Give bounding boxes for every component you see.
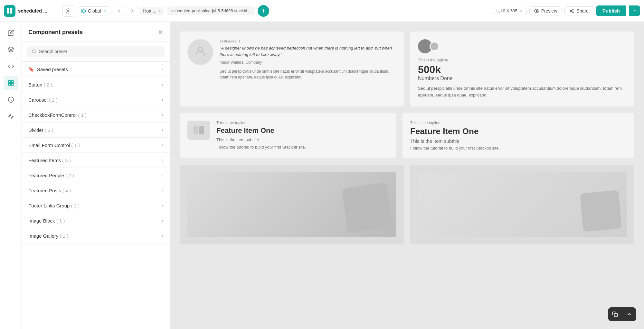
sidebar-icon-theme[interactable]	[4, 93, 18, 107]
image-placeholder	[187, 172, 396, 237]
chevron-right-icon: ›	[162, 172, 163, 178]
preview-button[interactable]: Preview	[529, 6, 562, 15]
canvas-row-3	[180, 165, 634, 244]
preset-item-footer-links[interactable]: Footer Links Group ( 2 ) ›	[22, 198, 170, 213]
panel-title: Component presets	[28, 29, 83, 36]
preset-item-divider[interactable]: Divider ( 3 ) ›	[22, 123, 170, 138]
preset-item-featured-items[interactable]: Featured Items ( 5 ) ›	[22, 153, 170, 168]
topbar: scheduled ... Global Hom... > scheduled-…	[0, 0, 644, 22]
add-tab-button[interactable]: +	[258, 5, 269, 17]
preset-item-featured-posts[interactable]: Featured Posts ( 4 ) ›	[22, 183, 170, 198]
sidebar-icon-activity[interactable]	[4, 109, 18, 123]
testimonial-quote: "A designer knows he has achieved perfec…	[220, 45, 396, 58]
copy-preset-button[interactable]	[608, 307, 622, 321]
chevron-right-icon: ›	[162, 203, 163, 208]
publish-dropdown-button[interactable]	[629, 5, 640, 16]
chevron-right-icon: ›	[162, 66, 163, 72]
preset-label: CheckboxFormControl ( 1 )	[28, 112, 87, 118]
stat-label: Numbers Done	[418, 76, 627, 81]
feature2-body: Follow the tutorial to build your first …	[410, 146, 627, 151]
svg-line-22	[35, 52, 36, 53]
preset-label: Divider ( 3 )	[28, 127, 53, 133]
image-card-1	[180, 165, 404, 244]
preset-item-email[interactable]: Email Form Control ( 1 ) ›	[22, 138, 170, 153]
svg-point-10	[573, 9, 574, 10]
sidebar-icon-edit[interactable]	[4, 26, 18, 40]
feature-icon	[187, 121, 210, 140]
preset-item-carousel[interactable]: Carousel ( 2 ) ›	[22, 92, 170, 107]
forward-button[interactable]	[127, 6, 137, 16]
svg-rect-1	[10, 8, 12, 10]
saved-presets-item[interactable]: 🔖 Saved presets ›	[22, 62, 170, 77]
stat-tagline: This is the tagline	[418, 58, 627, 62]
svg-rect-6	[497, 9, 501, 12]
sidebar-icon-code[interactable]	[4, 59, 18, 73]
share-button[interactable]: Share	[564, 6, 593, 15]
sidebar-icon-layers[interactable]	[4, 42, 18, 57]
chevron-right-icon: ›	[162, 97, 163, 103]
app-logo	[4, 5, 15, 17]
feature2-title: Feature Item One	[410, 126, 627, 136]
testimonial-label: Testimonial 1	[220, 39, 396, 43]
preset-label: Featured People ( 2 )	[28, 173, 74, 178]
page-url[interactable]: scheduled-publishing-jul-5-5d698.stackbi…	[167, 6, 255, 15]
preset-label: Footer Links Group ( 2 )	[28, 203, 80, 208]
feature-card-1: This is the tagline Feature Item One Thi…	[180, 113, 396, 158]
resolution-value: 0 X 695	[503, 8, 517, 13]
preset-label: Image Block ( 1 )	[28, 218, 65, 224]
global-dropdown[interactable]: Global	[77, 6, 111, 15]
svg-rect-24	[194, 126, 198, 134]
preset-item-featured-people[interactable]: Featured People ( 2 ) ›	[22, 168, 170, 183]
testimonial-body: Sed ut perspiciatis unde omnis iste natu…	[220, 69, 396, 80]
sidebar-icons	[0, 22, 22, 329]
feature1-subtitle: This is the item subtitle	[216, 137, 306, 142]
avatar	[187, 39, 213, 65]
feature1-tagline: This is the tagline	[216, 121, 306, 125]
preset-list: 🔖 Saved presets › Button ( 2 ) › Carouse…	[22, 62, 170, 329]
resolution-selector[interactable]: 0 X 695	[493, 7, 527, 15]
back-button[interactable]	[114, 6, 124, 16]
chevron-right-icon: ›	[162, 233, 163, 239]
svg-rect-25	[199, 126, 204, 134]
chevron-right-icon: ›	[162, 187, 163, 193]
sidebar-icon-components[interactable]	[4, 76, 18, 90]
chevron-right-icon: ›	[162, 112, 163, 118]
chevron-right-icon: ›	[162, 127, 163, 133]
close-button[interactable]: ✕	[158, 28, 163, 36]
testimonial-attribution: Maria Walters, Company	[220, 60, 396, 65]
breadcrumb[interactable]: Hom... >	[140, 7, 164, 15]
app-name: scheduled ...	[18, 8, 60, 14]
svg-marker-15	[8, 47, 14, 50]
preset-item-button[interactable]: Button ( 2 ) ›	[22, 77, 170, 92]
breadcrumb-sep: >	[158, 8, 161, 14]
svg-line-13	[571, 11, 573, 12]
canvas: Testimonial 1 "A designer knows he has a…	[170, 22, 644, 329]
bookmark-icon: 🔖	[28, 67, 34, 72]
svg-rect-3	[10, 11, 12, 13]
image-placeholder-2	[418, 172, 627, 237]
main-layout: Component presets ✕ 🔖 Saved presets ›	[0, 22, 644, 329]
feature2-tagline: This is the tagline	[410, 121, 627, 125]
svg-point-9	[536, 10, 537, 12]
svg-point-4	[68, 10, 69, 12]
breadcrumb-home: Hom...	[143, 8, 156, 14]
svg-rect-19	[11, 84, 13, 86]
preset-item-image-block[interactable]: Image Block ( 1 ) ›	[22, 213, 170, 228]
svg-rect-18	[8, 84, 10, 86]
expand-button[interactable]	[622, 307, 636, 321]
chevron-right-icon: ›	[162, 157, 163, 163]
settings-button[interactable]	[62, 5, 74, 17]
chevron-right-icon: ›	[162, 82, 163, 87]
bottom-floater	[608, 307, 636, 321]
image-card-2	[410, 165, 634, 244]
stat-card: This is the tagline 500k Numbers Done Se…	[410, 32, 634, 106]
search-input[interactable]	[39, 49, 160, 54]
svg-rect-0	[7, 8, 9, 10]
preset-item-checkbox[interactable]: CheckboxFormControl ( 1 ) ›	[22, 107, 170, 123]
canvas-row-2: This is the tagline Feature Item One Thi…	[180, 113, 634, 158]
preset-item-image-gallery[interactable]: Image Gallery ( 1 ) ›	[22, 228, 170, 243]
search-box	[27, 46, 165, 57]
publish-button[interactable]: Publish	[596, 5, 626, 16]
canvas-row-1: Testimonial 1 "A designer knows he has a…	[180, 32, 634, 106]
global-label: Global	[88, 8, 101, 14]
